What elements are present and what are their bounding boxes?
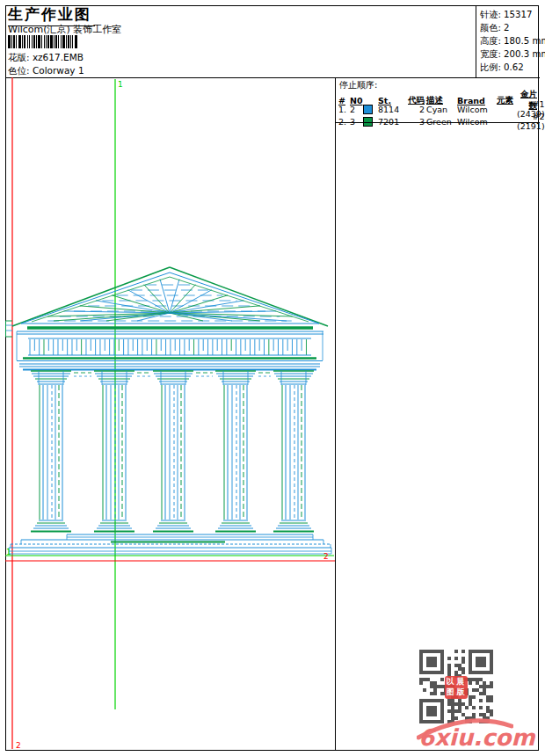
stat-stitches: 针迹: 15317 bbox=[480, 8, 539, 21]
production-worksheet: 生产作业图 Wilcom(汇京) 装饰工作室 花版: xz617.EMB 色位:… bbox=[0, 0, 545, 756]
start-marker-top: 1 bbox=[118, 80, 123, 89]
design-file-value: xz617.EMB bbox=[33, 52, 84, 62]
colorway-label: 色位: bbox=[8, 65, 30, 76]
design-file-line: 花版: xz617.EMB bbox=[8, 52, 84, 64]
studio-name: Wilcom(汇京) 装饰工作室 bbox=[8, 23, 121, 36]
design-stats: 针迹: 15317 颜色: 2 高度: 180.5 mm 宽度: 200.3 m… bbox=[476, 5, 539, 77]
watermark-swoosh bbox=[417, 714, 513, 740]
color-swatch bbox=[363, 105, 373, 114]
table-header-row: # N0 St. 代码 描述 Brand 元素 金片数 bbox=[338, 89, 539, 99]
design-file-label: 花版: bbox=[8, 52, 30, 62]
stat-scale: 比例: 0.62 bbox=[480, 61, 539, 74]
site-watermark: 6xiu.com bbox=[417, 721, 513, 752]
panel-divider bbox=[335, 77, 336, 751]
end-marker-right: 2 bbox=[323, 552, 329, 561]
table-bottom-line bbox=[335, 122, 540, 123]
colorway-line: 色位: Colorway 1 bbox=[8, 65, 84, 77]
color-swatch bbox=[363, 117, 373, 127]
design-canvas: 1 1 2 2 bbox=[5, 77, 335, 751]
end-marker-bottom: 2 bbox=[16, 741, 21, 750]
stat-width: 宽度: 200.3 mm bbox=[480, 47, 539, 61]
barcode bbox=[8, 35, 93, 48]
stat-colors: 颜色: 2 bbox=[480, 21, 539, 34]
start-marker-left: 1 bbox=[6, 548, 11, 556]
stat-height: 高度: 180.5 mm bbox=[480, 34, 539, 47]
red-seal-logo: 以 晨 图 版 bbox=[445, 676, 468, 699]
stop-sequence-table: # N0 St. 代码 描述 Brand 元素 金片数 1. 2 8114 2 … bbox=[338, 89, 539, 124]
colorway-value: Colorway 1 bbox=[33, 65, 84, 76]
